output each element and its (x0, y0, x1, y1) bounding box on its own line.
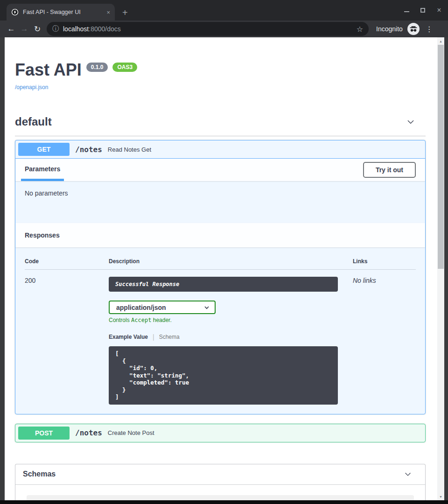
menu-icon[interactable]: ⋮ (426, 25, 433, 34)
code-line: "text": "string", (115, 372, 331, 379)
response-code: 200 (25, 277, 109, 405)
code-line: "completed": true (115, 379, 331, 386)
code-line: } (115, 386, 331, 394)
get-notes-opblock: GET /notes Read Notes Get Parameters Try… (15, 140, 426, 414)
schemas-title: Schemas (23, 470, 56, 478)
forward-icon[interactable]: → (18, 24, 31, 34)
responses-body: Code Description Links 200 Successful Re… (15, 247, 425, 414)
tag-name: default (15, 115, 52, 128)
post-notes-opblock: POST /notes Create Note Post (15, 424, 426, 442)
accept-hint-code: Accept (131, 317, 151, 323)
maximize-icon (420, 8, 425, 13)
response-description: Successful Response (109, 277, 338, 292)
tag-section-header[interactable]: default (15, 115, 426, 136)
tab-example-value[interactable]: Example Value (109, 334, 148, 340)
minimize-button[interactable] (403, 7, 410, 14)
window-controls: × (403, 6, 442, 14)
tab-schema[interactable]: Schema (159, 334, 180, 340)
get-op-path: /notes (75, 145, 102, 154)
get-opblock-header[interactable]: GET /notes Read Notes Get (15, 140, 425, 159)
accept-hint-suffix: header. (151, 317, 171, 323)
response-row-200: 200 Successful Response application/json… (25, 270, 416, 405)
minimize-icon (404, 11, 409, 12)
post-opblock-header[interactable]: POST /notes Create Note Post (15, 424, 425, 442)
new-tab-button[interactable]: + (122, 8, 128, 17)
get-method-badge: GET (18, 143, 70, 156)
page-title: Fast API (15, 60, 82, 80)
parameters-empty-message: No parameters (15, 181, 425, 223)
api-info: Fast API 0.1.0 OAS3 /openapi.json (15, 60, 426, 91)
chevron-down-icon[interactable] (404, 470, 412, 478)
window-bottom-edge (0, 500, 448, 504)
scrollbar-thumb[interactable] (438, 45, 444, 269)
browser-titlebar: Fast API - Swagger UI × + × (0, 0, 448, 21)
scroll-up-icon[interactable]: ▲ (437, 37, 444, 45)
responses-section-header: Responses (15, 223, 425, 247)
version-badge: 0.1.0 (86, 63, 108, 72)
response-links: No links (353, 277, 416, 405)
code-line: ] (115, 393, 331, 401)
scroll-down-icon[interactable]: ▼ (437, 493, 444, 500)
column-header-description: Description (109, 258, 353, 265)
swagger-page: Fast API 0.1.0 OAS3 /openapi.json defaul… (5, 37, 437, 500)
example-json-block: [ { "id": 0, "text": "string", "complete… (109, 346, 338, 405)
close-button[interactable]: × (436, 7, 442, 14)
get-op-summary: Read Notes Get (108, 146, 151, 153)
post-op-summary: Create Note Post (108, 429, 154, 436)
page-scrollbar[interactable]: ▲ ▼ (437, 37, 444, 500)
code-line: { (115, 357, 331, 365)
post-method-badge: POST (18, 427, 70, 440)
accept-header-hint: Controls Accept header. (109, 317, 353, 323)
tab-parameters[interactable]: Parameters (21, 159, 64, 181)
tabs-divider: | (153, 333, 154, 341)
media-type-select[interactable]: application/json (109, 301, 216, 314)
schemas-header[interactable]: Schemas (15, 464, 425, 485)
fastapi-favicon-icon (11, 8, 19, 16)
openapi-link[interactable]: /openapi.json (15, 84, 48, 91)
oas3-badge: OAS3 (112, 63, 137, 72)
column-header-code: Code (25, 258, 109, 265)
parameters-section-header: Parameters Try it out (15, 159, 425, 181)
browser-tab[interactable]: Fast API - Swagger UI × (7, 4, 115, 21)
note-model-row[interactable]: Note › (27, 495, 414, 501)
url-host: localhost (63, 25, 89, 33)
select-caret-icon (203, 304, 210, 311)
column-header-links: Links (353, 258, 416, 265)
browser-viewport: Fast API 0.1.0 OAS3 /openapi.json defaul… (0, 37, 448, 500)
chevron-down-icon[interactable] (406, 117, 415, 126)
incognito-label: Incognito (376, 25, 403, 33)
code-line: [ (115, 350, 331, 357)
code-line: "id": 0, (115, 364, 331, 372)
media-type-value: application/json (116, 304, 166, 311)
maximize-button[interactable] (420, 7, 426, 14)
reload-icon[interactable]: ↻ (31, 24, 44, 34)
schemas-section: Schemas Note › (15, 464, 426, 501)
incognito-icon (407, 23, 420, 35)
address-bar[interactable]: ⓘ localhost :8000/docs ☆ (47, 22, 369, 36)
browser-toolbar: ← → ↻ ⓘ localhost :8000/docs ☆ Incognito… (0, 21, 448, 37)
tab-close-icon[interactable]: × (106, 9, 110, 15)
info-icon[interactable]: ⓘ (52, 25, 59, 33)
url-path: :8000/docs (89, 25, 121, 33)
close-icon: × (437, 7, 441, 14)
tab-title: Fast API - Swagger UI (23, 9, 102, 15)
accept-hint-prefix: Controls (109, 317, 131, 323)
schemas-body: Note › (15, 485, 425, 501)
post-op-path: /notes (75, 428, 102, 437)
try-it-out-button[interactable]: Try it out (363, 162, 416, 178)
back-icon[interactable]: ← (5, 24, 18, 34)
star-icon[interactable]: ☆ (357, 25, 363, 34)
